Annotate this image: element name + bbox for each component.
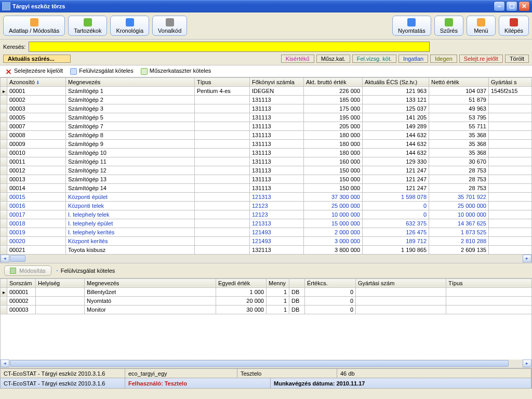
status2-app: CT-EcoSTAT - Tárgyi eszköz 2010.3.1.6: [1, 378, 125, 388]
timeline-icon: [126, 18, 134, 26]
col-header[interactable]: Megnevezés: [66, 77, 195, 86]
table-row[interactable]: 00020Központ kerítés1214933 000 000189 7…: [1, 236, 532, 245]
col-header[interactable]: Azonosító⬇: [7, 77, 66, 86]
szures-button[interactable]: Szűrés: [434, 16, 463, 36]
doc2-icon: [141, 68, 148, 75]
status-count: 46 db: [337, 369, 531, 378]
scroll-thumb[interactable]: [10, 360, 509, 367]
menu-button[interactable]: Menü: [467, 16, 496, 36]
status-bar-1: CT-EcoSTAT - Tárgyi eszköz 2010.3.1.6 ec…: [0, 368, 532, 378]
sub-grid[interactable]: SorszámHelyiségMegnevezésEgyedi értékMen…: [0, 278, 532, 360]
scroll-left-icon[interactable]: ◂: [1, 360, 9, 367]
filter-bar: Aktuális szűrés... KisértékűMűsz.kat.Fel…: [0, 54, 532, 65]
col-header[interactable]: Értékcs.: [305, 278, 356, 287]
col-header[interactable]: Megnevezés: [85, 278, 216, 287]
table-row[interactable]: 00009Számítógép 9131113180 000144 63235 …: [1, 139, 532, 148]
sub-toolbar: Módosítás Felülvizsgálat köteles: [0, 263, 532, 278]
table-row[interactable]: 00016Központi telek1212325 000 000025 00…: [1, 201, 532, 210]
scroll-right-icon[interactable]: ▸: [523, 360, 531, 367]
col-header[interactable]: Akt. bruttó érték: [304, 77, 363, 86]
exit-icon: [510, 18, 518, 26]
kronologia-button[interactable]: Kronológia: [110, 16, 149, 36]
filter-icon: [445, 18, 453, 26]
filter-chip[interactable]: Kisértékű: [281, 55, 314, 63]
table-row[interactable]: 00011Számítógép 11131113160 000129 33030…: [1, 157, 532, 166]
maximize-button[interactable]: [506, 1, 517, 11]
scroll-left-icon[interactable]: ◂: [1, 255, 9, 262]
filter-chip[interactable]: Idegen: [430, 55, 457, 63]
table-row[interactable]: 00013Számítógép 13131113150 000121 24728…: [1, 175, 532, 183]
sub-grid-hscroll[interactable]: ◂ ▸: [0, 360, 532, 368]
status2-date: Munkavégzés dátuma: 2010.11.17: [271, 378, 531, 388]
tartozekok-button[interactable]: Tartozékok: [68, 16, 107, 36]
search-label: Keresés:: [3, 44, 25, 50]
table-row[interactable]: 00002Számítógép 2131113185 000133 12151 …: [1, 95, 532, 104]
table-row[interactable]: 00014Számítógép 14131113150 000121 24728…: [1, 183, 532, 192]
col-header[interactable]: Gyártási s: [489, 77, 532, 86]
table-row[interactable]: 00018I. telephely épület12131315 000 000…: [1, 219, 532, 228]
scroll-thumb[interactable]: [10, 255, 25, 262]
table-row[interactable]: 00001Számítógép 1Pentium 4-esIDEGEN226 0…: [1, 86, 532, 95]
main-grid[interactable]: Azonosító⬇MegnevezésTípusFőkönyvi számla…: [0, 77, 532, 255]
filter-chip[interactable]: Törölt: [505, 55, 529, 63]
table-row[interactable]: 00021Toyota kisbusz1321133 800 0001 190 …: [1, 245, 532, 254]
app-icon: [2, 2, 10, 10]
filter-chip[interactable]: Selejt.re jelőlt: [459, 55, 503, 63]
menu-icon: [477, 18, 485, 26]
col-header[interactable]: Típus: [446, 278, 532, 287]
sub-modify-button[interactable]: Módosítás: [4, 265, 51, 276]
legend-selejt: Selejtezésre kijelölt: [5, 68, 63, 75]
col-header[interactable]: Típus: [195, 77, 250, 86]
legend-muszerkataszter: Műszerkataszter köteles: [141, 68, 211, 75]
col-header[interactable]: [289, 278, 305, 287]
main-toolbar: Adatlap / Módosítás Tartozékok Kronológi…: [0, 12, 532, 39]
table-row[interactable]: 00005Számítógép 5131113195 000141 20553 …: [1, 113, 532, 122]
col-header[interactable]: Menny: [267, 278, 289, 287]
doc-icon: [57, 270, 58, 271]
legend-felulvizsgalat: Felülvizsgálat köteles: [70, 68, 134, 75]
table-row[interactable]: 00015Központi épület12131337 300 0001 59…: [1, 192, 532, 201]
table-row[interactable]: 00019I. telephely kerítés1214932 000 000…: [1, 228, 532, 236]
scroll-right-icon[interactable]: ▸: [523, 255, 531, 262]
main-grid-hscroll[interactable]: ◂ ▸: [0, 255, 532, 263]
table-row[interactable]: 00010Számítógép 10131113180 000144 63235…: [1, 148, 532, 157]
filter-chip[interactable]: Ingatlan: [398, 55, 428, 63]
status-user: Tesztelo: [237, 369, 337, 378]
col-header[interactable]: Egyedi érték: [216, 278, 267, 287]
table-row[interactable]: 00008Számítógép 8131113180 000144 63235 …: [1, 130, 532, 139]
doc-icon: [70, 68, 77, 75]
search-row: Keresés:: [0, 39, 532, 54]
search-input[interactable]: [29, 42, 430, 52]
table-row[interactable]: 00003Számítógép 3131113175 000125 03749 …: [1, 104, 532, 113]
current-filter-button[interactable]: Aktuális szűrés...: [3, 55, 71, 63]
adatlap-button[interactable]: Adatlap / Módosítás: [3, 16, 65, 36]
col-header[interactable]: Főkönyvi számla: [250, 77, 304, 86]
table-row[interactable]: 000001Billentyűzet1 0001DB0: [1, 287, 532, 296]
col-header[interactable]: Gyártási szám: [356, 278, 446, 287]
table-row[interactable]: 000002Nyomtató20 0001DB0: [1, 296, 532, 305]
kilepes-button[interactable]: Kilépés: [499, 16, 529, 36]
status2-user: Felhasználó: Tesztelo: [125, 378, 271, 388]
table-row[interactable]: 000003Monitor30 0001DB0: [1, 305, 532, 314]
col-header[interactable]: Helyiség: [36, 278, 85, 287]
table-row[interactable]: 00007Számítógép 7131113205 000149 28955 …: [1, 122, 532, 130]
attachment-icon: [84, 18, 92, 26]
table-row[interactable]: 00012Számítógép 12131113150 000121 24728…: [1, 166, 532, 175]
filter-chip[interactable]: Fel.vizsg. köt.: [352, 55, 396, 63]
nyomtatas-button[interactable]: Nyomtatás: [392, 16, 431, 36]
legend-bar: Selejtezésre kijelölt Felülvizsgálat köt…: [0, 65, 532, 77]
sub-fv-link[interactable]: Felülvizsgálat köteles: [57, 268, 115, 274]
col-header[interactable]: Nettó érték: [429, 77, 489, 86]
edit-icon: [30, 18, 38, 26]
titlebar: Tárgyi eszköz törzs: [0, 0, 532, 12]
vonalkod-button[interactable]: Vonalkód: [152, 16, 187, 36]
filter-chip[interactable]: Műsz.kat.: [316, 55, 350, 63]
x-icon: [5, 68, 12, 75]
minimize-button[interactable]: [494, 1, 505, 11]
close-button[interactable]: [518, 1, 530, 11]
col-header[interactable]: Aktuális ÉCS (Sz.tv.): [363, 77, 429, 86]
col-header[interactable]: Sorszám: [7, 278, 36, 287]
table-row[interactable]: 00017I. telephely telek1212310 000 00001…: [1, 210, 532, 219]
print-icon: [407, 18, 416, 26]
window-title: Tárgyi eszköz törzs: [12, 3, 493, 9]
